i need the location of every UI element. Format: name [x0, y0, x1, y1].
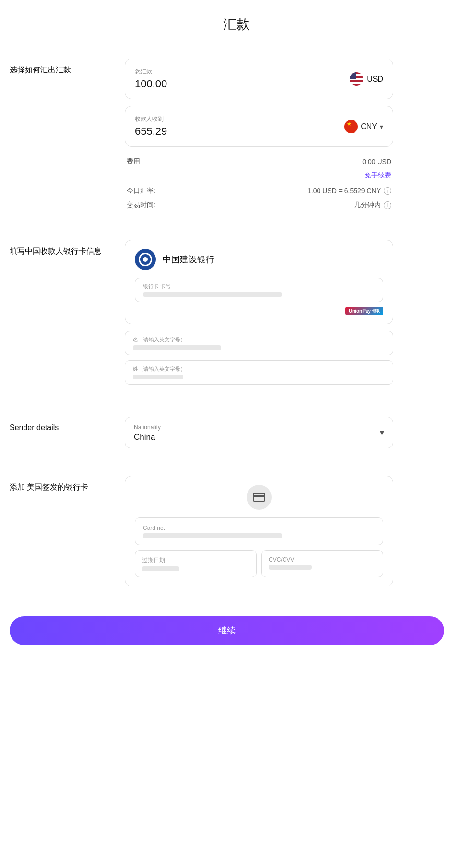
last-name-label: 姓（请输入英文字母） [133, 365, 385, 373]
time-info-icon[interactable]: i [384, 201, 391, 209]
us-flag-icon [350, 72, 363, 86]
credit-card-icon [253, 493, 265, 502]
unionpay-cn-text: 银联 [372, 308, 380, 314]
unionpay-badge: UnionPay 银联 [135, 307, 383, 315]
last-name-placeholder [133, 375, 183, 379]
receive-amount-value: 655.29 [135, 125, 167, 138]
nationality-label: Nationality [134, 424, 384, 431]
time-row: 交易时间: 几分钟内 i [127, 198, 391, 212]
bank-logo-inner [139, 253, 152, 266]
rate-label: 今日汇率: [127, 187, 155, 195]
currency-chevron-icon: ▾ [380, 123, 383, 130]
first-name-field[interactable]: 名（请输入英文字母） [125, 331, 393, 355]
cvc-placeholder [269, 565, 312, 570]
sender-section: Sender details Nationality China ▾ [0, 403, 473, 462]
expiry-placeholder [142, 566, 179, 571]
card-no-placeholder [143, 533, 282, 538]
nationality-value: China [134, 433, 384, 442]
us-card-container: Card no. 过期日期 CVC/CVV [125, 476, 393, 586]
bank-logo [135, 249, 156, 270]
rate-info-icon[interactable]: i [384, 187, 391, 195]
fee-label: 费用 [127, 157, 140, 166]
us-card-section-content: Card no. 过期日期 CVC/CVV [125, 476, 393, 593]
fee-info-rows: 费用 0.00 USD 免手续费 今日汇率: 1.00 USD = 6.5529… [125, 153, 393, 212]
card-no-label: Card no. [143, 525, 375, 531]
sender-section-content: Nationality China ▾ [125, 417, 393, 448]
rate-row: 今日汇率: 1.00 USD = 6.5529 CNY i [127, 184, 391, 198]
send-section-content: 您汇款 100.00 USD 收款人收到 655.29 CNY ▾ [125, 59, 393, 212]
bank-name: 中国建设银行 [163, 254, 214, 265]
send-amount-group: 您汇款 100.00 [135, 68, 167, 90]
fee-value: 0.00 USD [362, 158, 391, 165]
us-card-section: 添加 美国签发的银行卡 Card no. 过期日期 [0, 462, 473, 607]
unionpay-text: UnionPay [349, 308, 371, 314]
card-number-placeholder [143, 292, 282, 297]
bank-card-container: 中国建设银行 银行卡 卡号 UnionPay 银联 [125, 240, 393, 324]
cvc-label: CVC/CVV [269, 556, 376, 563]
expiry-field[interactable]: 过期日期 [135, 550, 257, 577]
send-amount-card: 您汇款 100.00 USD [125, 59, 393, 99]
sender-section-label: Sender details [10, 417, 106, 432]
expiry-cvc-row: 过期日期 CVC/CVV [135, 550, 383, 577]
bank-header: 中国建设银行 [135, 249, 383, 270]
send-currency-label: USD [367, 75, 383, 83]
nationality-dropdown[interactable]: Nationality China ▾ [125, 417, 393, 448]
receive-amount-card: 收款人收到 655.29 CNY ▾ [125, 106, 393, 147]
expiry-label: 过期日期 [142, 556, 249, 564]
cvc-field[interactable]: CVC/CVV [261, 550, 383, 577]
send-amount-value: 100.00 [135, 78, 167, 90]
recipient-section-content: 中国建设银行 银行卡 卡号 UnionPay 银联 名（请输入英文字母） 姓（请… [125, 240, 393, 389]
rate-value: 1.00 USD = 6.5529 CNY i [307, 187, 391, 195]
card-icon [247, 485, 272, 510]
send-currency-badge[interactable]: USD [350, 72, 383, 86]
receive-amount-label: 收款人收到 [135, 115, 167, 123]
card-no-field[interactable]: Card no. [135, 517, 383, 545]
cn-flag-icon [344, 120, 358, 133]
us-card-section-label: 添加 美国签发的银行卡 [10, 476, 106, 493]
fee-row: 费用 0.00 USD [127, 153, 391, 170]
svg-rect-1 [253, 495, 265, 497]
time-value: 几分钟内 i [354, 201, 391, 210]
continue-button[interactable]: 继续 [10, 616, 444, 645]
recipient-section: 填写中国收款人银行卡信息 中国建设银行 银行卡 卡号 UnionPay 银联 [0, 226, 473, 403]
continue-btn-wrapper: 继续 [0, 616, 473, 645]
card-number-label: 银行卡 卡号 [143, 283, 375, 290]
receive-currency-label: CNY [361, 122, 377, 131]
card-icon-wrap [135, 485, 383, 510]
last-name-field[interactable]: 姓（请输入英文字母） [125, 360, 393, 385]
fee-free-label[interactable]: 免手续费 [365, 171, 391, 179]
card-number-field[interactable]: 银行卡 卡号 [135, 278, 383, 302]
send-section: 选择如何汇出汇款 您汇款 100.00 USD 收款人收到 655.29 [0, 45, 473, 226]
first-name-placeholder [133, 345, 221, 350]
nationality-chevron-icon: ▾ [380, 427, 384, 438]
receive-amount-group: 收款人收到 655.29 [135, 115, 167, 138]
unionpay-logo: UnionPay 银联 [345, 307, 383, 315]
page-title: 汇款 [0, 0, 473, 45]
first-name-label: 名（请输入英文字母） [133, 336, 385, 343]
recipient-section-label: 填写中国收款人银行卡信息 [10, 240, 106, 257]
time-label: 交易时间: [127, 201, 155, 210]
send-section-label: 选择如何汇出汇款 [10, 59, 106, 75]
receive-currency-dropdown[interactable]: CNY ▾ [344, 120, 383, 133]
send-amount-label: 您汇款 [135, 68, 167, 76]
